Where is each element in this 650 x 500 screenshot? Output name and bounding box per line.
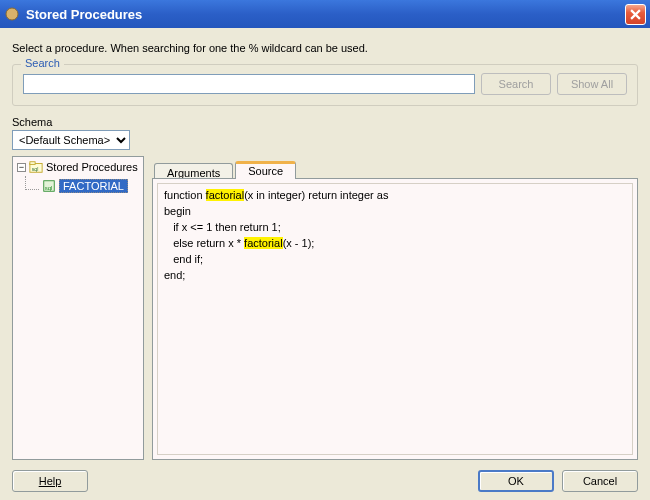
code-highlight: factorial	[206, 189, 245, 201]
tree-item[interactable]: sql FACTORIAL	[23, 175, 141, 197]
schema-label: Schema	[12, 116, 638, 128]
close-button[interactable]	[625, 4, 646, 25]
main-row: − sql Stored Procedures sql FACTORIAL Ar…	[12, 156, 638, 460]
source-code[interactable]: function factorial(x in integer) return …	[157, 183, 633, 455]
close-icon	[630, 9, 641, 20]
show-all-button[interactable]: Show All	[557, 73, 627, 95]
detail-pane: Arguments Source function factorial(x in…	[152, 156, 638, 460]
code-text: end if;	[164, 253, 203, 265]
window-body: Select a procedure. When searching for o…	[0, 28, 650, 500]
folder-sql-icon: sql	[29, 160, 43, 174]
tree-pane[interactable]: − sql Stored Procedures sql FACTORIAL	[12, 156, 144, 460]
help-button-label: Help	[39, 475, 62, 487]
tree-item-label: FACTORIAL	[59, 179, 128, 193]
svg-text:sql: sql	[32, 166, 39, 172]
code-text: if x <= 1 then return 1;	[164, 221, 281, 233]
code-text: (x - 1);	[283, 237, 315, 249]
procedure-icon: sql	[42, 179, 56, 193]
tab-source[interactable]: Source	[235, 161, 296, 179]
source-panel: function factorial(x in integer) return …	[152, 178, 638, 460]
title-bar: Stored Procedures	[0, 0, 650, 28]
tree-connector	[25, 176, 39, 190]
schema-select[interactable]: <Default Schema>	[12, 130, 130, 150]
tree-collapse-icon[interactable]: −	[17, 163, 26, 172]
window-title: Stored Procedures	[26, 7, 625, 22]
code-text: (x in integer) return integer as	[244, 189, 388, 201]
button-row: Help OK Cancel	[12, 460, 638, 492]
search-group: Search Search Show All	[12, 64, 638, 106]
cancel-button[interactable]: Cancel	[562, 470, 638, 492]
app-icon	[4, 6, 20, 22]
tree-root-label: Stored Procedures	[46, 161, 138, 173]
svg-point-0	[6, 8, 18, 20]
search-input[interactable]	[23, 74, 475, 94]
help-button[interactable]: Help	[12, 470, 88, 492]
search-row: Search Show All	[23, 73, 627, 95]
instruction-text: Select a procedure. When searching for o…	[12, 42, 638, 54]
search-button[interactable]: Search	[481, 73, 551, 95]
code-text: function	[164, 189, 206, 201]
code-text: begin	[164, 205, 191, 217]
schema-block: Schema <Default Schema>	[12, 116, 638, 150]
svg-text:sql: sql	[45, 184, 53, 191]
code-text: else return x *	[164, 237, 244, 249]
ok-button[interactable]: OK	[478, 470, 554, 492]
code-highlight: factorial	[244, 237, 283, 249]
code-text: end;	[164, 269, 185, 281]
search-legend: Search	[21, 57, 64, 69]
tree-root[interactable]: − sql Stored Procedures	[15, 159, 141, 175]
tab-bar: Arguments Source	[152, 156, 638, 178]
svg-rect-2	[30, 162, 35, 165]
